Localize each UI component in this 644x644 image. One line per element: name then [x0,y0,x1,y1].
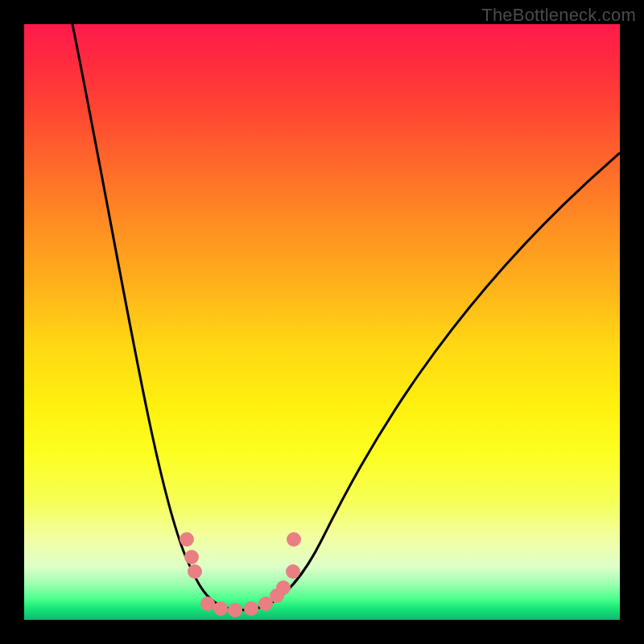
curve-marker [184,550,199,564]
curve-marker [287,532,301,547]
plot-area [24,24,620,620]
curve-marker [228,603,242,617]
curve-marker [276,580,291,595]
curve-layer [24,24,620,620]
marker-group [180,532,301,617]
bottleneck-curve [72,24,620,610]
chart-frame: TheBottleneck.com [0,0,644,644]
curve-marker [244,601,258,616]
curve-marker [188,564,202,579]
curve-marker [180,532,194,547]
curve-marker [213,601,228,616]
watermark-label: TheBottleneck.com [481,5,636,26]
curve-marker [286,564,300,579]
curve-marker [200,597,215,611]
